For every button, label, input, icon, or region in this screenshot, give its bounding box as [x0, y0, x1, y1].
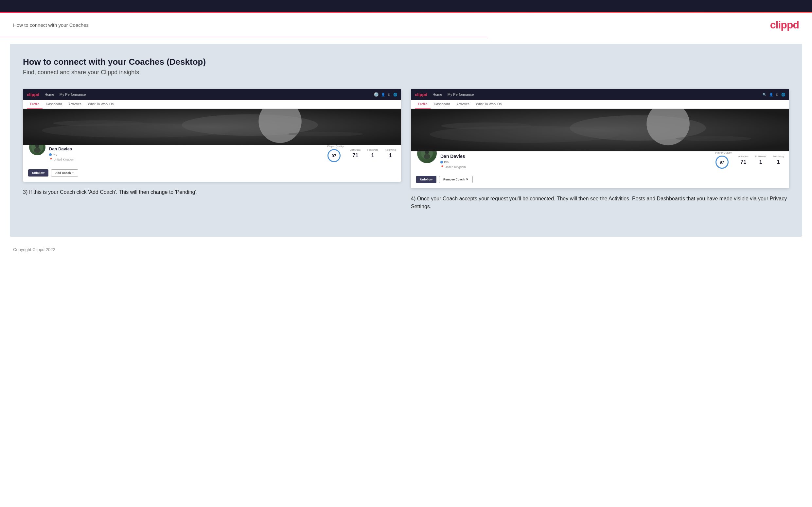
quality-circle-1: 97 [327, 149, 341, 162]
mock-logo-2: clippd [415, 92, 427, 97]
followers-value-1: 1 [367, 153, 378, 159]
user-icon-2[interactable]: 👤 [769, 93, 773, 97]
activities-value-1: 71 [350, 153, 360, 159]
mock-logo-1: clippd [27, 92, 39, 97]
mock-nav-performance-1[interactable]: My Performance [59, 93, 86, 97]
svg-point-14 [675, 136, 751, 141]
tab-what-to-work-on-2[interactable]: What To Work On [473, 100, 505, 109]
page-heading: How to connect with your Coaches (Deskto… [23, 57, 789, 67]
settings-icon-1[interactable]: ⚙ [388, 93, 391, 97]
mock-name-2: Dan Davies [440, 154, 466, 159]
followers-label-2: Followers [755, 155, 766, 158]
activities-label-1: Activities [350, 149, 360, 151]
quality-circle-2: 97 [715, 156, 728, 169]
page-title: How to connect with your Coaches [13, 22, 89, 28]
mock-quality-1: Player Quality 97 [327, 145, 344, 162]
svg-point-13 [441, 123, 531, 129]
tab-what-to-work-on-1[interactable]: What To Work On [85, 100, 117, 109]
mock-nav-items-1: Home My Performance [45, 93, 86, 97]
spacer-1 [23, 176, 401, 182]
mock-nav-home-1[interactable]: Home [45, 93, 54, 97]
hero-svg-1 [23, 109, 401, 145]
mock-stats-profile-row-1: Dan Davies Pro 📍 United Kingdom [23, 145, 401, 166]
mock-nav-right-2: 🔍 👤 ⚙ 🌐 [763, 93, 785, 97]
main-content: How to connect with your Coaches (Deskto… [10, 44, 802, 237]
mock-badge-2: Pro [440, 161, 449, 164]
badge-dot-2 [440, 161, 443, 163]
copyright: Copyright Clippd 2022 [13, 247, 55, 252]
mock-stat-activities-2: Activities 71 [738, 155, 749, 165]
svg-point-17 [424, 154, 430, 159]
quality-label-1: Player Quality [327, 145, 344, 148]
followers-value-2: 1 [755, 159, 766, 165]
mock-stats-right-2: Player Quality 97 Activities 71 Follower… [715, 151, 784, 169]
mock-stats-profile-row-2: Dan Davies Pro 📍 United Kingdom [411, 151, 789, 173]
badge-dot-1 [49, 153, 52, 156]
mock-stats-right-1: Player Quality 97 Activities 71 Follower… [327, 145, 396, 162]
activities-label-2: Activities [738, 155, 749, 158]
caption-step-4: 4) Once your Coach accepts your request … [411, 195, 789, 211]
hero-svg-2 [411, 109, 789, 151]
mock-nav-right-1: 🔍 👤 ⚙ 🌐 [374, 92, 397, 97]
page-subheading: Find, connect and share your Clippd insi… [23, 69, 789, 76]
following-value-2: 1 [773, 159, 784, 165]
tab-profile-1[interactable]: Profile [27, 100, 43, 109]
footer: Copyright Clippd 2022 [0, 243, 812, 256]
quality-label-2: Player Quality [715, 151, 732, 154]
activities-value-2: 71 [738, 159, 749, 165]
mock-tabs-2: Profile Dashboard Activities What To Wor… [411, 100, 789, 109]
unfollow-button-2[interactable]: Unfollow [416, 176, 437, 183]
mock-nav-2: clippd Home My Performance 🔍 👤 ⚙ 🌐 [411, 89, 789, 100]
following-label-1: Following [385, 149, 396, 151]
screenshot-2: clippd Home My Performance 🔍 👤 ⚙ 🌐 Profi… [411, 89, 789, 188]
following-label-2: Following [773, 155, 784, 158]
remove-coach-button[interactable]: Remove Coach ✕ [439, 176, 473, 183]
settings-icon-2[interactable]: ⚙ [776, 93, 779, 97]
mock-main-content-2: Dan Davies Pro 📍 United Kingdom [411, 151, 789, 188]
add-coach-button-1[interactable]: Add Coach + [51, 169, 78, 176]
mock-quality-2: Player Quality 97 [715, 151, 732, 169]
top-bar [0, 0, 812, 12]
tab-dashboard-1[interactable]: Dashboard [43, 100, 65, 109]
plus-icon-1: + [72, 171, 74, 175]
mock-hero-1 [23, 109, 401, 145]
mock-stat-following-1: Following 1 [385, 149, 396, 159]
screenshot-1: clippd Home My Performance 🔍 👤 ⚙ 🌐 Profi… [23, 89, 401, 182]
unfollow-button-1[interactable]: Unfollow [28, 169, 48, 176]
mock-buttons-1: Unfollow Add Coach + [23, 169, 401, 176]
x-icon: ✕ [466, 178, 468, 181]
spacer-2 [411, 183, 789, 188]
mock-location-2: 📍 United Kingdom [440, 165, 466, 169]
badge-label-1: Pro [53, 153, 57, 156]
tab-activities-1[interactable]: Activities [65, 100, 85, 109]
globe-icon-2[interactable]: 🌐 [781, 93, 785, 97]
mock-stat-activities-1: Activities 71 [350, 149, 360, 159]
followers-label-1: Followers [367, 149, 378, 151]
caption-step-3: 3) If this is your Coach click 'Add Coac… [23, 188, 401, 196]
badge-label-2: Pro [444, 161, 449, 164]
mock-tabs-1: Profile Dashboard Activities What To Wor… [23, 100, 401, 109]
mock-name-1: Dan Davies [49, 147, 74, 151]
search-icon-2[interactable]: 🔍 [763, 93, 766, 97]
svg-point-5 [288, 132, 363, 136]
mock-nav-home-2[interactable]: Home [433, 93, 442, 97]
user-icon-1[interactable]: 👤 [381, 93, 385, 97]
mock-hero-2 [411, 109, 789, 151]
mock-nav-performance-2[interactable]: My Performance [448, 93, 474, 97]
mock-buttons-2: Unfollow Remove Coach ✕ [411, 176, 789, 183]
screenshots-row: clippd Home My Performance 🔍 👤 ⚙ 🌐 Profi… [23, 89, 789, 211]
tab-profile-2[interactable]: Profile [415, 100, 430, 109]
mock-stat-followers-2: Followers 1 [755, 155, 766, 165]
mock-badge-1: Pro [49, 153, 57, 156]
screenshot-col-1: clippd Home My Performance 🔍 👤 ⚙ 🌐 Profi… [23, 89, 401, 211]
search-icon-1[interactable]: 🔍 [374, 92, 378, 97]
header-divider [0, 37, 812, 37]
tab-dashboard-2[interactable]: Dashboard [430, 100, 453, 109]
svg-point-8 [34, 148, 41, 153]
svg-point-4 [53, 120, 144, 126]
mock-stat-following-2: Following 1 [773, 155, 784, 165]
screenshot-col-2: clippd Home My Performance 🔍 👤 ⚙ 🌐 Profi… [411, 89, 789, 211]
tab-activities-2[interactable]: Activities [453, 100, 472, 109]
mock-nav-items-2: Home My Performance [433, 93, 474, 97]
globe-icon-1[interactable]: 🌐 [393, 93, 397, 97]
